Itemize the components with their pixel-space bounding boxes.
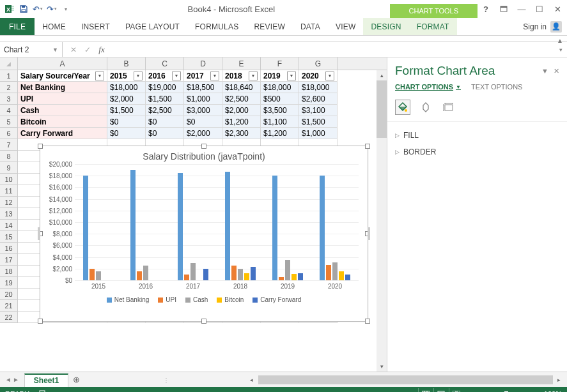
undo-icon[interactable]: ↶▾ <box>31 2 45 16</box>
tab-format[interactable]: FORMAT <box>409 18 457 35</box>
help-button[interactable]: ? <box>478 3 494 15</box>
horizontal-scrollbar[interactable] <box>258 375 553 384</box>
row-header[interactable]: 17 <box>0 254 18 266</box>
bar[interactable] <box>89 269 95 280</box>
legend-item[interactable]: Cash <box>185 296 208 303</box>
cell[interactable]: $2,500 <box>222 93 261 105</box>
col-header-c[interactable]: C <box>146 57 184 70</box>
cell[interactable]: $2,300 <box>222 128 261 139</box>
row-header[interactable]: 3 <box>0 93 18 105</box>
page-break-view-icon[interactable] <box>449 388 464 392</box>
bar[interactable] <box>96 271 101 280</box>
cell[interactable]: $2,000 <box>184 128 222 139</box>
row-header[interactable]: 16 <box>0 243 18 254</box>
cell[interactable]: Salary Source/Year▼ <box>18 70 107 82</box>
scroll-left-icon[interactable]: ◂ <box>247 375 257 384</box>
row-header[interactable]: 20 <box>0 289 18 300</box>
tab-formulas[interactable]: FORMULAS <box>187 18 246 35</box>
cell[interactable]: $3,000 <box>184 105 222 116</box>
bar[interactable] <box>83 176 88 280</box>
maximize-button[interactable]: ☐ <box>531 3 548 15</box>
cell[interactable]: $1,100 <box>261 116 299 128</box>
chart-object[interactable]: Salary Distribution (javaTpoint) $0$2,00… <box>40 146 368 322</box>
cell[interactable]: $1,200 <box>261 128 299 139</box>
cell[interactable]: 2015▼ <box>107 70 146 82</box>
cell[interactable]: $2,000 <box>107 93 146 105</box>
redo-icon[interactable]: ↷▾ <box>45 2 59 16</box>
tab-page-layout[interactable]: PAGE LAYOUT <box>118 18 187 35</box>
cell[interactable]: $0 <box>107 128 146 139</box>
chart-title[interactable]: Salary Distribution (javaTpoint) <box>40 146 368 164</box>
bar[interactable] <box>285 260 290 280</box>
cell[interactable]: $3,500 <box>261 105 299 116</box>
cell[interactable]: $1,000 <box>184 93 222 105</box>
cell[interactable]: UPI <box>18 93 107 105</box>
fill-line-icon[interactable] <box>395 100 410 115</box>
row-header[interactable]: 1 <box>0 70 18 82</box>
cell[interactable]: $2,500 <box>146 105 184 116</box>
tab-chart-options[interactable]: CHART OPTIONS ▼ <box>395 83 461 91</box>
tab-text-options[interactable]: TEXT OPTIONS <box>471 83 522 91</box>
expand-formula-bar-icon[interactable]: ▾ <box>554 42 567 57</box>
tab-data[interactable]: DATA <box>293 18 328 35</box>
row-header[interactable]: 21 <box>0 300 18 312</box>
cell[interactable]: $1,500 <box>107 105 146 116</box>
collapse-ribbon-icon[interactable]: ▲ <box>557 37 563 44</box>
cell[interactable]: $500 <box>261 93 299 105</box>
filter-dropdown-icon[interactable]: ▼ <box>249 72 258 80</box>
bar[interactable] <box>339 271 344 280</box>
bar[interactable] <box>332 262 338 280</box>
row-header[interactable]: 4 <box>0 105 18 116</box>
minimize-button[interactable]: — <box>513 3 530 15</box>
cell[interactable]: $18,000 <box>299 82 338 93</box>
row-header[interactable]: 9 <box>0 162 18 174</box>
cell[interactable]: $2,000 <box>222 105 261 116</box>
legend-item[interactable]: Carry Forward <box>252 296 301 303</box>
select-all-corner[interactable]: ◢ <box>0 57 18 70</box>
tab-design[interactable]: DESIGN <box>363 18 408 35</box>
cell[interactable]: $0 <box>184 116 222 128</box>
close-button[interactable]: ✕ <box>549 3 566 15</box>
filter-dropdown-icon[interactable]: ▼ <box>325 72 334 80</box>
scroll-down-icon[interactable]: ▾ <box>377 361 387 372</box>
excel-app-icon[interactable]: X <box>3 2 17 16</box>
scroll-right-icon[interactable]: ▸ <box>554 375 564 384</box>
section-border[interactable]: ▷BORDER <box>395 144 559 160</box>
cell[interactable]: Carry Forward <box>18 128 107 139</box>
bar[interactable] <box>190 263 196 280</box>
bar[interactable] <box>279 277 284 280</box>
cell[interactable]: $18,000 <box>261 82 299 93</box>
tab-view[interactable]: VIEW <box>328 18 363 35</box>
tab-insert[interactable]: INSERT <box>74 18 118 35</box>
insert-function-icon[interactable]: fx <box>95 43 109 57</box>
taskpane-options-icon[interactable]: ▼ <box>541 67 548 75</box>
legend-item[interactable]: Net Banking <box>107 296 149 303</box>
cell[interactable]: 2018▼ <box>222 70 261 82</box>
cell[interactable]: $0 <box>146 116 184 128</box>
col-header-a[interactable]: A <box>18 57 107 70</box>
page-layout-view-icon[interactable] <box>433 388 449 392</box>
cell[interactable]: 2020▼ <box>299 70 338 82</box>
bar[interactable] <box>238 269 243 280</box>
worksheet-grid[interactable]: ◢ A B C D E F G 1Salary Source/Year▼2015… <box>0 57 387 372</box>
bar[interactable] <box>178 173 183 280</box>
cell[interactable]: Net Banking <box>18 82 107 93</box>
row-header[interactable]: 11 <box>0 185 18 197</box>
cell[interactable]: 2019▼ <box>261 70 299 82</box>
effects-icon[interactable] <box>418 100 433 115</box>
bar[interactable] <box>143 266 148 280</box>
row-header[interactable]: 18 <box>0 266 18 277</box>
row-header[interactable]: 14 <box>0 220 18 231</box>
qat-customize-icon[interactable]: ▾ <box>59 2 73 16</box>
new-sheet-button[interactable]: ⊕ <box>68 372 84 387</box>
cell[interactable]: $18,000 <box>107 82 146 93</box>
cell[interactable]: Bitcoin <box>18 116 107 128</box>
cell[interactable]: $3,100 <box>299 105 338 116</box>
save-icon[interactable] <box>17 2 31 16</box>
sign-in-button[interactable]: Sign in 👤 <box>518 18 567 35</box>
section-fill[interactable]: ▷FILL <box>395 127 559 144</box>
ribbon-display-options-icon[interactable] <box>495 3 512 15</box>
cancel-formula-icon[interactable]: ✕ <box>66 43 81 57</box>
cell[interactable]: $0 <box>107 116 146 128</box>
cell[interactable]: $0 <box>146 128 184 139</box>
